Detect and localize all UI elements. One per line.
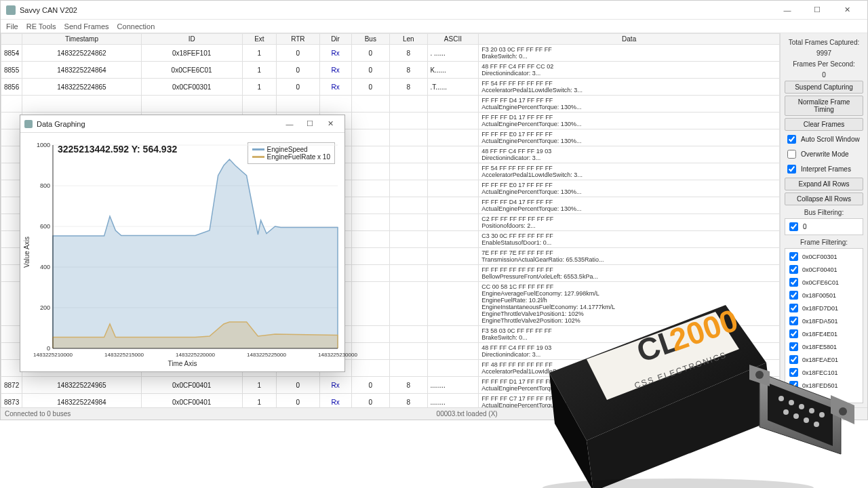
svg-text:200: 200 [40, 304, 50, 311]
graph-maximize-button[interactable]: ☐ [300, 115, 320, 133]
filter-item[interactable]: 0x18FD7D01 [787, 302, 861, 314]
menu-connection[interactable]: Connection [117, 22, 155, 30]
interpret-check[interactable]: Interpret Frames [785, 163, 863, 176]
frames-pane: TimestampIDExtRTRDirBusLenASCIIData 8854… [1, 33, 781, 407]
col-rtr[interactable]: RTR [277, 34, 319, 45]
svg-point-36 [814, 422, 819, 427]
table-row[interactable]: 887314832252249840x0CF0040110Rx08.......… [1, 394, 780, 408]
collapse-button[interactable]: Collapse All Rows [785, 192, 863, 205]
graph-close-button[interactable]: ✕ [320, 115, 340, 133]
bus0-check[interactable]: 0 [787, 220, 861, 233]
autoscroll-check[interactable]: Auto Scroll Window [785, 133, 863, 146]
col-bus[interactable]: Bus [351, 34, 390, 45]
filter-item[interactable]: 0x18FEC101 [787, 366, 861, 379]
table-row[interactable]: FF FF FF D4 17 FF FF FF ActualEnginePerc… [1, 96, 780, 113]
menubar: File RE Tools Send Frames Connection [1, 20, 867, 33]
normalize-button[interactable]: Normalize Frame Timing [785, 96, 863, 116]
side-panel: Total Frames Captured: 9997 Frames Per S… [781, 33, 867, 407]
filter-item[interactable]: 0x0CFE6C01 [787, 276, 861, 289]
graph-icon [24, 120, 33, 128]
fps-label: Frames Per Second: [785, 60, 863, 68]
main-window: Savvy CAN V202 — ☐ ✕ File RE Tools Send … [0, 0, 868, 420]
svg-text:1483225225000: 1483225225000 [247, 352, 286, 358]
y-axis-label: Value Axis [23, 237, 31, 268]
chart-readout: 3225213442.592 Y: 564.932 [58, 144, 177, 155]
fps-value: 0 [785, 71, 863, 79]
framefilter-list[interactable]: 0x0CF003010x0CF004010x0CFE6C010x18F00501… [785, 248, 863, 403]
svg-text:600: 600 [40, 223, 50, 230]
x-axis-label: Time Axis [20, 360, 344, 367]
menu-retools[interactable]: RE Tools [26, 22, 56, 30]
expand-button[interactable]: Expand All Rows [785, 178, 863, 190]
status-left: Connected to 0 buses [5, 410, 71, 418]
tfc-value: 9997 [785, 49, 863, 57]
filter-item[interactable]: 0x18FEAE01 [787, 353, 861, 366]
suspend-button[interactable]: Suspend Capturing [785, 81, 863, 94]
svg-text:1000: 1000 [37, 142, 50, 148]
filter-item[interactable]: 0x18FE5801 [787, 340, 861, 353]
menu-sendframes[interactable]: Send Frames [64, 22, 109, 30]
col-data[interactable]: Data [479, 34, 780, 45]
svg-text:1483225210000: 1483225210000 [33, 352, 73, 358]
clear-button[interactable]: Clear Frames [785, 118, 863, 131]
chart-area: 3225213442.592 Y: 564.932 EngineSpeed En… [20, 133, 344, 371]
col-ext[interactable]: Ext [242, 34, 277, 45]
window-title: Savvy CAN V202 [20, 6, 77, 14]
statusbar: Connected to 0 buses 00003.txt loaded (X… [1, 407, 867, 420]
framefilter-label: Frame Filtering: [785, 239, 863, 246]
overwrite-check[interactable]: Overwrite Mode [785, 148, 863, 161]
table-row[interactable]: 885414832252248620x18FEF10110Rx08. .....… [1, 45, 780, 62]
svg-text:1483225230000: 1483225230000 [318, 352, 357, 358]
app-icon [6, 5, 16, 15]
col-timestamp[interactable]: Timestamp [22, 34, 141, 45]
table-row[interactable]: 885514832252248640x0CFE6C0110Rx08K......… [1, 62, 780, 79]
table-row[interactable]: 885614832252248650x0CF0030110Rx08.T.....… [1, 79, 780, 96]
filter-item[interactable]: 0x18F00501 [787, 289, 861, 302]
col-ascii[interactable]: ASCII [427, 34, 479, 45]
svg-text:800: 800 [40, 182, 50, 189]
col-id[interactable]: ID [141, 34, 242, 45]
minimize-button[interactable]: — [772, 1, 802, 20]
tfc-label: Total Frames Captured: [785, 39, 863, 46]
titlebar: Savvy CAN V202 — ☐ ✕ [1, 1, 867, 20]
menu-file[interactable]: File [6, 22, 18, 30]
filter-item[interactable]: 0x0CF00301 [787, 250, 861, 263]
chart-canvas[interactable]: 0200400600800100014832252100001483225215… [53, 145, 338, 348]
svg-text:1483225220000: 1483225220000 [176, 352, 215, 358]
svg-text:400: 400 [40, 264, 50, 270]
filter-item[interactable]: 0x0CF00401 [787, 263, 861, 276]
maximize-button[interactable]: ☐ [802, 1, 832, 20]
svg-point-41 [542, 479, 814, 488]
svg-text:0: 0 [47, 345, 50, 352]
close-button[interactable]: ✕ [832, 1, 862, 20]
graph-minimize-button[interactable]: — [279, 115, 300, 133]
busfilter-box: 0 [785, 218, 863, 235]
filter-item[interactable]: 0x18FE4E01 [787, 327, 861, 340]
svg-text:1483225215000: 1483225215000 [104, 352, 144, 358]
col-dir[interactable]: Dir [319, 34, 351, 45]
table-row[interactable]: 887214832252249650x0CF0040110Rx08.......… [1, 377, 780, 394]
graph-title: Data Graphing [37, 120, 85, 128]
graph-window[interactable]: Data Graphing — ☐ ✕ 3225213442.592 Y: 56… [20, 115, 345, 372]
graph-titlebar[interactable]: Data Graphing — ☐ ✕ [20, 115, 344, 133]
filter-item[interactable]: 0x18FDA501 [787, 314, 861, 327]
status-mid: 00003.txt loaded (X) [437, 410, 498, 418]
busfilter-label: Bus Filtering: [785, 209, 863, 216]
filter-item[interactable]: 0x18FED501 [787, 379, 861, 392]
col-len[interactable]: Len [390, 34, 427, 45]
